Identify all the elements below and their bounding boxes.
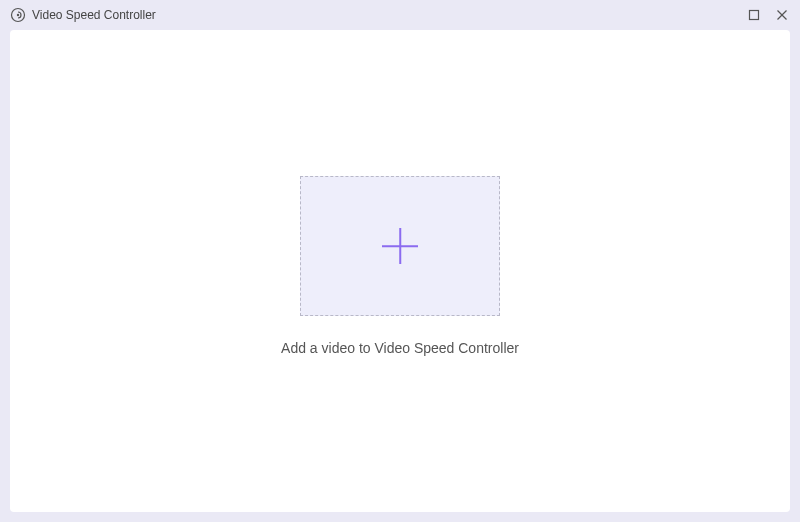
titlebar: Video Speed Controller [0,0,800,30]
app-title: Video Speed Controller [32,8,156,22]
instruction-text: Add a video to Video Speed Controller [281,340,519,356]
svg-point-1 [17,14,19,16]
content-panel: Add a video to Video Speed Controller [10,30,790,512]
close-button[interactable] [774,7,790,23]
maximize-button[interactable] [746,7,762,23]
app-icon [10,7,26,23]
svg-rect-2 [750,11,759,20]
titlebar-left: Video Speed Controller [10,7,746,23]
add-video-dropzone[interactable] [300,176,500,316]
window-controls [746,7,790,23]
plus-icon [380,226,420,266]
